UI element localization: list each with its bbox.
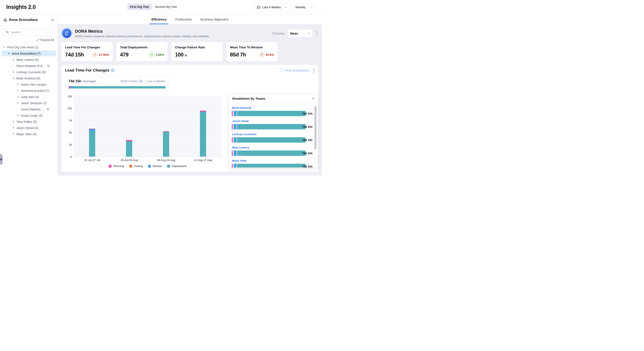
chevron-down-icon[interactable] — [3, 46, 7, 49]
x-tick-label: 21 Jul-27 Jul — [74, 159, 111, 162]
legend-swatch — [129, 165, 132, 168]
tree-item[interactable]: Brian Kirkland (6) — [2, 75, 56, 81]
dora-subtitle: DORA metrics measure software delivery p… — [75, 35, 210, 38]
tree-item[interactable]: Mary Lowery (6) — [2, 57, 56, 63]
expand-corners-icon — [280, 69, 283, 72]
chevron-right-icon[interactable] — [12, 58, 16, 61]
tree-item-label: First Org Tree Root (1) — [7, 46, 38, 49]
filter-sliders-icon[interactable] — [47, 64, 50, 67]
search-input[interactable] — [3, 29, 54, 36]
team-name-link[interactable]: Lindsay Liszewski — [232, 133, 312, 136]
chevron-down-icon[interactable] — [12, 77, 16, 80]
view-breakdown-button[interactable]: View Breakdown — [280, 69, 309, 72]
team-stacked-bar[interactable]: 74d 15h — [232, 137, 312, 143]
breakdown-panel-title: Breakdown By Teams — [232, 97, 266, 101]
tree-item[interactable]: Jason Simpson (7) — [2, 100, 56, 106]
team-name-link[interactable]: Mary Lowery — [232, 146, 312, 149]
tree-item[interactable]: Direct Reports ... — [2, 106, 56, 112]
chevron-up-icon[interactable] — [51, 19, 54, 22]
info-icon[interactable] — [140, 80, 142, 83]
avg-segment-review — [70, 86, 74, 89]
chevron-right-icon[interactable] — [12, 133, 16, 135]
tab-business-alignment[interactable]: Business Alignment — [200, 18, 229, 24]
tree-item[interactable]: Direct Reports of A... — [2, 63, 56, 69]
chevron-right-icon[interactable] — [16, 114, 21, 117]
tree-item[interactable]: Judy Saw (4) — [2, 94, 56, 100]
filter-sliders-icon[interactable] — [46, 108, 49, 111]
legend-swatch — [148, 165, 151, 168]
breakdown-team-row: Mary Lowery74d 15h — [232, 146, 312, 156]
legend-label: Planning — [113, 165, 124, 168]
chart-legend: PlanningCodingReviewDeployment — [74, 165, 222, 168]
bar-segment-review — [234, 124, 237, 129]
chevron-right-icon[interactable] — [16, 83, 21, 86]
tree-item[interactable]: Lindsay Liszewski (8) — [2, 69, 56, 75]
trend-delta: 27.56% — [99, 53, 109, 57]
breakdown-panel-header: Breakdown By Teams ✕ — [229, 94, 318, 103]
tree-item-label: Direct Reports of A... — [16, 64, 45, 68]
sidebar-collapse-handle[interactable] — [0, 154, 3, 165]
stacked-bar[interactable] — [89, 129, 95, 157]
tree-item-label: Maya Yette (3) — [16, 132, 36, 136]
tree-item[interactable]: First Org Tree Root (1) — [2, 44, 56, 50]
chevron-right-icon[interactable] — [16, 102, 21, 104]
toggle-first-org-tree[interactable]: First Org Tree — [128, 4, 152, 10]
main-content: DORA Metrics DORA metrics measure softwa… — [58, 24, 322, 176]
tree-item[interactable]: Aaron Van Langen... — [2, 81, 56, 88]
tab-efficiency[interactable]: Efficiency — [151, 18, 167, 24]
tree-item-label: Anna Scozzafava (7) — [12, 52, 40, 55]
tab-productivity[interactable]: Productivity — [175, 18, 192, 24]
trend-badge: ↗3.68% — [149, 52, 164, 58]
kebab-menu-icon[interactable] — [313, 68, 315, 73]
bars-layer — [74, 96, 222, 157]
tree-item[interactable]: Jason Stead (4) — [2, 125, 56, 131]
bar-segment-review — [234, 111, 237, 116]
team-name-link[interactable]: Brian Kirkland — [232, 106, 312, 109]
y-tick-label: 0 — [70, 155, 72, 158]
chevron-right-icon[interactable] — [12, 71, 16, 73]
chevron-right-icon[interactable] — [12, 126, 16, 129]
lead-time-section: Lead Time For Changes View Breakdown — [61, 65, 319, 172]
tree-item[interactable]: Tony Pallas (5) — [2, 118, 56, 125]
toggle-second-org-tree[interactable]: Second Org Tree — [152, 4, 180, 10]
org-tree-toggle: First Org Tree Second Org Tree — [126, 3, 180, 11]
tree-item[interactable]: Maya Yette (3) — [2, 131, 56, 137]
expand-all-label: Expand All — [40, 38, 54, 42]
aggregation-select[interactable]: Mean — [288, 29, 313, 38]
expand-all-button[interactable]: Expand All — [4, 38, 54, 42]
scrollbar-thumb[interactable] — [314, 106, 316, 149]
tree-item[interactable]: Doug Lange (3) — [2, 112, 56, 118]
chevron-right-icon[interactable] — [12, 120, 16, 123]
stacked-bar[interactable] — [163, 131, 169, 157]
team-stacked-bar[interactable]: 74d 15h — [232, 151, 312, 156]
calendar-icon — [257, 6, 260, 9]
lead-time-chart: 0255075100125 21 Jul-27 Jul28 Jul-03 Aug… — [65, 96, 222, 168]
metric-card-value: 74d 15h — [65, 52, 84, 58]
chevron-right-icon[interactable] — [16, 95, 21, 98]
date-range-select[interactable]: Last 4 Weeks — [254, 3, 290, 11]
team-name-link[interactable]: Jason Stead — [232, 120, 312, 123]
legend-label: Coding — [134, 165, 143, 168]
bar-segment-review — [89, 129, 95, 131]
close-icon[interactable]: ✕ — [312, 97, 314, 101]
stacked-bar[interactable] — [200, 111, 206, 157]
stacked-bar[interactable] — [126, 140, 132, 157]
team-name-link[interactable]: Maya Yette — [232, 159, 312, 162]
chevron-down-icon[interactable] — [8, 52, 12, 55]
bar-slot — [148, 96, 185, 157]
kebab-menu-icon[interactable] — [316, 31, 318, 36]
chevron-right-icon[interactable] — [16, 89, 21, 92]
tree-item[interactable]: Anna Scozzafava (7) — [2, 50, 56, 57]
play-icon — [0, 158, 2, 161]
main-area: Efficiency Productivity Business Alignme… — [58, 15, 322, 176]
tree-item[interactable]: Sireesha Kunduri (7) — [2, 88, 56, 94]
tree-item-label: Doug Lange (3) — [21, 114, 42, 117]
granularity-select[interactable]: Weekly — [293, 3, 316, 11]
sidebar-header[interactable]: Anna Scozzafava — [0, 15, 58, 26]
team-stacked-bar[interactable]: 74d 15h — [232, 164, 312, 167]
team-stacked-bar[interactable]: 74d 15h — [232, 124, 312, 129]
meta-divider: | — [144, 79, 145, 83]
team-value: 74d 15h — [302, 112, 312, 115]
info-icon[interactable] — [111, 69, 114, 72]
team-stacked-bar[interactable]: 74d 15h — [232, 111, 312, 116]
